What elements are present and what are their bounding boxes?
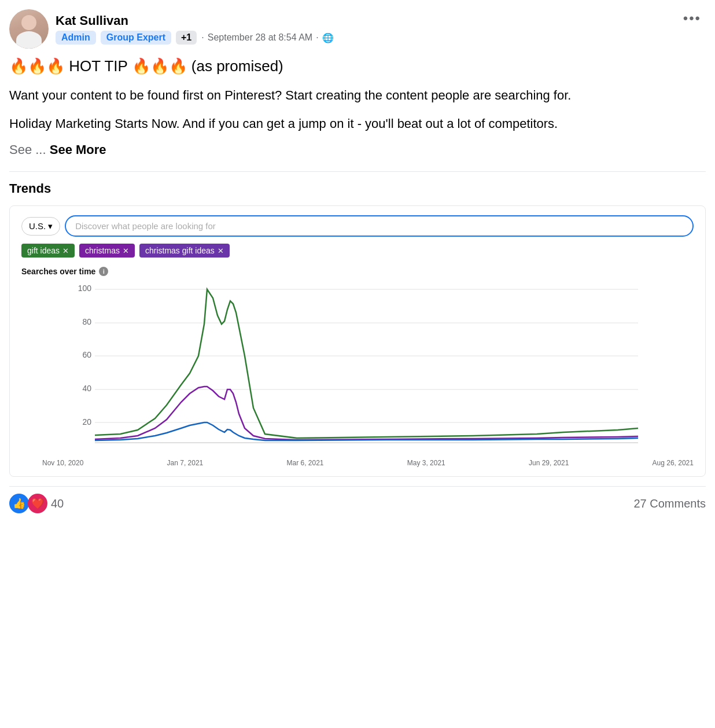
- svg-text:100: 100: [78, 284, 92, 293]
- info-icon[interactable]: i: [99, 267, 108, 276]
- section-divider: [9, 171, 706, 172]
- post-paragraph1: Want your content to be found first on P…: [9, 86, 706, 105]
- see-more-link[interactable]: See More: [50, 142, 106, 157]
- avatar[interactable]: [9, 9, 49, 49]
- country-select[interactable]: U.S. ▾: [21, 217, 60, 236]
- badge-plus: +1: [176, 31, 197, 45]
- svg-text:80: 80: [82, 317, 91, 326]
- badge-admin: Admin: [56, 31, 96, 45]
- more-options-button[interactable]: •••: [679, 9, 706, 28]
- tag-remove-christmas[interactable]: ✕: [123, 247, 129, 255]
- tag-gift-ideas[interactable]: gift ideas ✕: [21, 244, 75, 258]
- privacy-icon: 🌐: [322, 32, 334, 43]
- reaction-count: 40: [51, 497, 64, 510]
- trends-section: Trends U.S. ▾ Discover what people are l…: [9, 181, 706, 477]
- badge-expert: Group Expert: [101, 31, 171, 45]
- trends-search-input[interactable]: Discover what people are looking for: [65, 215, 694, 237]
- tags-row: gift ideas ✕ christmas ✕ christmas gift …: [21, 244, 694, 258]
- reactions-row: 👍 ❤️ 40: [9, 494, 64, 513]
- tag-christmas-gift-ideas[interactable]: christmas gift ideas ✕: [139, 244, 230, 258]
- chart-x-labels: Nov 10, 2020 Jan 7, 2021 Mar 6, 2021 May…: [21, 459, 694, 467]
- trends-chart: 100 80 60 40 20: [21, 281, 694, 454]
- author-name: Kat Sullivan: [56, 13, 334, 28]
- footer-bar: 👍 ❤️ 40 27 Comments: [9, 486, 706, 523]
- comments-count[interactable]: 27 Comments: [634, 497, 706, 510]
- post-body: 🔥🔥🔥 HOT TIP 🔥🔥🔥 (as promised) Want your …: [9, 56, 706, 171]
- chart-label: Searches over time i: [21, 267, 694, 276]
- post-paragraph2: Holiday Marketing Starts Now. And if you…: [9, 114, 706, 133]
- tag-christmas[interactable]: christmas ✕: [79, 244, 135, 258]
- badges-row: Admin Group Expert +1 · September 28 at …: [56, 31, 334, 45]
- like-reaction-icon: 👍: [9, 494, 29, 513]
- trends-search-row: U.S. ▾ Discover what people are looking …: [21, 215, 694, 237]
- tag-remove-christmas-gift-ideas[interactable]: ✕: [218, 247, 224, 255]
- trends-title: Trends: [9, 181, 706, 196]
- hot-tip-line: 🔥🔥🔥 HOT TIP 🔥🔥🔥 (as promised): [9, 56, 706, 76]
- tag-remove-gift-ideas[interactable]: ✕: [62, 247, 69, 255]
- trends-chart-box: U.S. ▾ Discover what people are looking …: [9, 205, 706, 477]
- chart-svg-wrapper: 100 80 60 40 20: [21, 281, 694, 457]
- user-info: Kat Sullivan Admin Group Expert +1 · Sep…: [56, 13, 334, 45]
- svg-text:40: 40: [82, 384, 91, 393]
- see-more-row: See ... See More: [9, 142, 706, 157]
- post-meta: · September 28 at 8:54 AM · 🌐: [201, 32, 333, 43]
- svg-text:60: 60: [82, 350, 91, 359]
- love-reaction-icon: ❤️: [28, 494, 47, 513]
- post-header: Kat Sullivan Admin Group Expert +1 · Sep…: [9, 9, 706, 49]
- svg-text:20: 20: [82, 417, 91, 426]
